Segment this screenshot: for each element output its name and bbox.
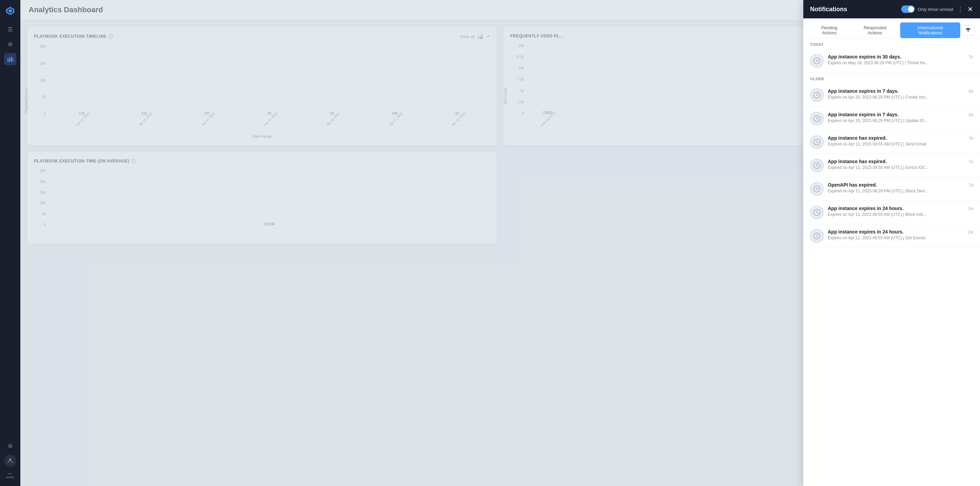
notif-content-older-0: App instance expires in 7 days. Expires … xyxy=(828,88,965,100)
notif-item-older-5[interactable]: App instance expires in 24 hours. Expire… xyxy=(803,201,980,224)
notif-title-older-5: App instance expires in 24 hours. xyxy=(828,206,964,211)
notif-subtitle-older-4: Expired on Apr 11, 2023 06:29 PM (UTC) |… xyxy=(828,189,965,193)
svg-rect-5 xyxy=(11,57,12,62)
notif-item-older-6[interactable]: App instance expires in 24 hours. Expire… xyxy=(803,224,980,248)
notifications-header: Notifications Only show unread ⋮ ✕ xyxy=(803,0,980,18)
notifications-list: TODAY App instance expires in 30 days. E… xyxy=(803,38,980,486)
sidebar-item-analytics[interactable] xyxy=(4,53,16,65)
notif-header-controls: Only show unread ⋮ ✕ xyxy=(901,5,973,13)
more-options-icon[interactable]: ⋮ xyxy=(957,5,963,13)
unread-toggle-wrapper: Only show unread xyxy=(901,5,953,13)
notif-avatar-older-5 xyxy=(810,206,824,219)
svg-rect-4 xyxy=(9,58,10,62)
notif-time-older-6: 2w xyxy=(968,230,973,234)
svg-rect-3 xyxy=(8,59,8,62)
svg-point-7 xyxy=(9,459,11,461)
notifications-panel: Notifications Only show unread ⋮ ✕ Pendi… xyxy=(803,0,980,486)
notif-subtitle-older-1: Expires on Apr 20, 2023 06:29 PM (UTC) |… xyxy=(828,118,965,123)
notif-title-0: App instance expires in 30 days. xyxy=(828,54,965,59)
notif-title-older-3: App instance has expired. xyxy=(828,159,965,164)
sidebar-item-settings[interactable]: ⚙ xyxy=(4,38,16,50)
filter-button[interactable] xyxy=(962,25,975,36)
notif-content-older-4: OpenAPI has expired. Expired on Apr 11, … xyxy=(828,182,965,193)
notif-title-older-0: App instance expires in 7 days. xyxy=(828,88,965,94)
notif-subtitle-older-6: Expires on Apr 11, 2023 09:55 AM (UTC) |… xyxy=(828,236,964,240)
notif-time-older-2: 7d xyxy=(969,136,973,141)
sidebar-item-config[interactable]: ⚙ xyxy=(4,440,16,452)
notif-time-older-5: 2w xyxy=(968,206,973,211)
notif-avatar-older-4 xyxy=(810,182,824,196)
notif-content-older-3: App instance has expired. Expired on Apr… xyxy=(828,159,965,170)
notif-content-older-6: App instance expires in 24 hours. Expire… xyxy=(828,229,964,240)
notif-time-older-4: 7d xyxy=(969,183,973,188)
section-label-today: TODAY xyxy=(803,38,980,49)
notif-time-older-1: 6d xyxy=(969,113,973,117)
svg-rect-6 xyxy=(13,58,13,62)
notif-title-older-2: App instance has expired. xyxy=(828,135,965,141)
notif-content-older-2: App instance has expired. Expired on Apr… xyxy=(828,135,965,147)
notif-subtitle-older-0: Expires on Apr 20, 2023 06:29 PM (UTC) |… xyxy=(828,95,965,100)
notif-avatar-0 xyxy=(810,54,824,68)
notif-item-older-1[interactable]: App instance expires in 7 days. Expires … xyxy=(803,107,980,131)
notif-time-older-3: 7d xyxy=(969,159,973,164)
notif-subtitle-older-2: Expired on Apr 11, 2023 09:55 AM (UTC) |… xyxy=(828,142,965,147)
tab-informational[interactable]: Informational Notifications xyxy=(900,22,960,38)
notif-title-older-1: App instance expires in 7 days. xyxy=(828,112,965,117)
sidebar: ☰ ⚙ ⚙ CYWARE xyxy=(0,0,21,486)
logo xyxy=(3,4,17,18)
notif-avatar-older-3 xyxy=(810,159,824,172)
notif-item-0[interactable]: App instance expires in 30 days. Expires… xyxy=(803,49,980,73)
close-button[interactable]: ✕ xyxy=(967,6,973,13)
notif-avatar-older-6 xyxy=(810,229,824,243)
sidebar-bottom: ⚙ CYWARE xyxy=(4,440,16,482)
notif-content-older-5: App instance expires in 24 hours. Expire… xyxy=(828,206,964,217)
toggle-label: Only show unread xyxy=(918,7,953,12)
tab-responded-actions[interactable]: Responded Actions xyxy=(851,22,899,38)
section-label-older: OLDER xyxy=(803,73,980,84)
notif-title-older-6: App instance expires in 24 hours. xyxy=(828,229,964,234)
notif-avatar-older-2 xyxy=(810,135,824,149)
notif-avatar-older-1 xyxy=(810,112,824,126)
unread-toggle[interactable] xyxy=(901,5,915,13)
notif-subtitle-0: Expires on May 18, 2023 06:29 PM (UTC) |… xyxy=(828,61,965,65)
sidebar-item-menu[interactable]: ☰ xyxy=(4,23,16,35)
notif-subtitle-older-3: Expired on Apr 11, 2023 09:55 AM (UTC) |… xyxy=(828,165,965,170)
notif-item-older-2[interactable]: App instance has expired. Expired on Apr… xyxy=(803,131,980,154)
notifications-title: Notifications xyxy=(810,6,847,13)
notif-item-older-4[interactable]: OpenAPI has expired. Expired on Apr 11, … xyxy=(803,177,980,201)
notif-title-older-4: OpenAPI has expired. xyxy=(828,182,965,188)
tab-pending-actions[interactable]: Pending Actions xyxy=(809,22,850,38)
notif-avatar-older-0 xyxy=(810,88,824,102)
notif-content-older-1: App instance expires in 7 days. Expires … xyxy=(828,112,965,123)
notifications-tabs: Pending Actions Responded Actions Inform… xyxy=(803,18,980,38)
notif-content-0: App instance expires in 30 days. Expires… xyxy=(828,54,965,65)
sidebar-item-brand: CYWARE xyxy=(4,470,16,482)
notif-subtitle-older-5: Expires on Apr 11, 2023 09:55 AM (UTC) |… xyxy=(828,212,964,217)
notif-time-older-0: 6d xyxy=(969,89,973,94)
notif-item-older-0[interactable]: App instance expires in 7 days. Expires … xyxy=(803,84,980,107)
notif-item-older-3[interactable]: App instance has expired. Expired on Apr… xyxy=(803,154,980,177)
notif-time-0: 7h xyxy=(969,55,973,59)
user-avatar[interactable] xyxy=(4,455,16,467)
toggle-knob xyxy=(908,6,914,12)
